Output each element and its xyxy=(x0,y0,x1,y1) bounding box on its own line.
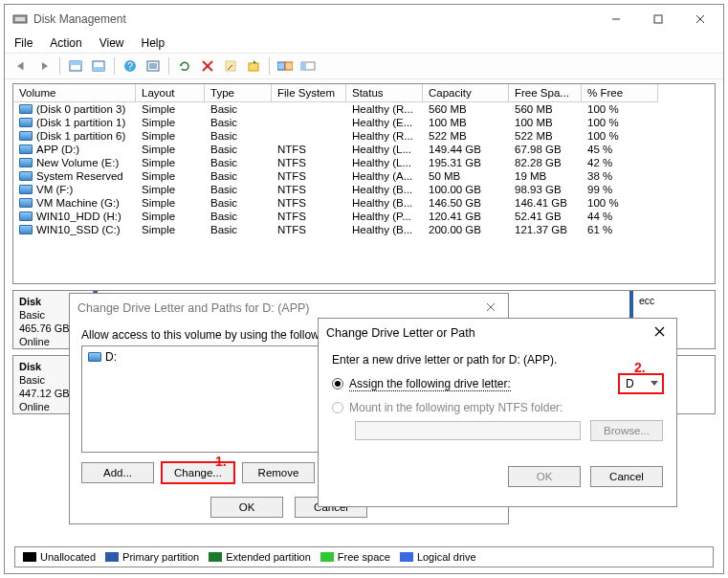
disk-mgmt-icon xyxy=(12,11,28,27)
help-icon[interactable]: ? xyxy=(120,56,141,77)
col-type[interactable]: Type xyxy=(205,84,272,102)
volume-row[interactable]: (Disk 1 partition 6)SimpleBasicHealthy (… xyxy=(13,129,715,143)
col-volume[interactable]: Volume xyxy=(13,84,136,102)
remove-button[interactable]: Remove xyxy=(242,462,315,483)
show-bottom-icon[interactable] xyxy=(88,56,109,77)
volume-row[interactable]: WIN10_SSD (C:)SimpleBasicNTFSHealthy (B.… xyxy=(13,223,715,236)
mount-folder-label: Mount in the following empty NTFS folder… xyxy=(349,401,563,414)
volume-row[interactable]: (Disk 1 partition 1)SimpleBasicHealthy (… xyxy=(13,116,715,129)
legend-logical: Logical drive xyxy=(417,551,476,563)
volume-row[interactable]: APP (D:)SimpleBasicNTFSHealthy (L...149.… xyxy=(13,143,715,156)
svg-rect-21 xyxy=(285,62,293,70)
mount-folder-radio[interactable] xyxy=(332,402,343,413)
legend-primary: Primary partition xyxy=(122,551,199,563)
legend-unallocated: Unallocated xyxy=(40,551,96,563)
view-disk-icon[interactable] xyxy=(275,56,296,77)
dialog2-prompt: Enter a new drive letter or path for D: … xyxy=(332,353,663,367)
svg-rect-20 xyxy=(277,62,285,70)
svg-rect-1 xyxy=(15,17,25,21)
delete-icon[interactable] xyxy=(197,56,218,77)
volume-row[interactable]: VM (F:)SimpleBasicNTFSHealthy (B...100.0… xyxy=(13,183,715,196)
volume-row[interactable]: WIN10_HDD (H:)SimpleBasicNTFSHealthy (P.… xyxy=(13,210,715,223)
menubar: File Action View Help xyxy=(5,33,723,53)
svg-rect-9 xyxy=(93,67,104,71)
legend-free: Free space xyxy=(338,551,390,563)
minimize-button[interactable] xyxy=(595,6,637,33)
volume-row[interactable]: System ReservedSimpleBasicNTFSHealthy (A… xyxy=(13,169,715,183)
assign-letter-radio[interactable] xyxy=(332,378,343,389)
view-volume-icon[interactable] xyxy=(298,56,319,77)
drive-path-entry[interactable]: D: xyxy=(105,350,117,364)
refresh-icon[interactable] xyxy=(174,56,195,77)
col-capacity[interactable]: Capacity xyxy=(423,84,509,102)
svg-rect-18 xyxy=(226,61,235,71)
svg-rect-7 xyxy=(70,61,81,65)
dialog2-close-button[interactable] xyxy=(644,326,674,340)
back-icon[interactable] xyxy=(11,56,32,77)
legend: Unallocated Primary partition Extended p… xyxy=(14,546,714,567)
drive-letter-value: D xyxy=(626,377,634,390)
legend-extended: Extended partition xyxy=(226,551,311,563)
drive-icon xyxy=(88,352,101,362)
volume-list[interactable]: Volume Layout Type File System Status Ca… xyxy=(12,83,716,284)
titlebar: Disk Management xyxy=(5,5,723,33)
annotation-1: 1. xyxy=(215,454,227,469)
window-title: Disk Management xyxy=(33,12,595,26)
menu-action[interactable]: Action xyxy=(50,36,81,50)
volume-row[interactable]: VM Machine (G:)SimpleBasicNTFSHealthy (B… xyxy=(13,196,715,210)
col-filesystem[interactable]: File System xyxy=(272,84,346,102)
dialog1-ok-button[interactable]: OK xyxy=(210,497,283,518)
toolbar: ? xyxy=(5,53,723,79)
dialog1-title: Change Drive Letter and Paths for D: (AP… xyxy=(77,301,475,315)
menu-help[interactable]: Help xyxy=(142,36,165,50)
svg-rect-3 xyxy=(654,15,662,23)
svg-rect-19 xyxy=(249,63,258,71)
dialog2-cancel-button[interactable]: Cancel xyxy=(590,466,663,487)
maximize-button[interactable] xyxy=(637,6,679,33)
chevron-down-icon xyxy=(651,381,658,387)
dialog2-title: Change Drive Letter or Path xyxy=(326,326,644,340)
mount-folder-input xyxy=(355,421,581,440)
col-status[interactable]: Status xyxy=(346,84,423,102)
close-button[interactable] xyxy=(679,6,721,33)
svg-rect-23 xyxy=(301,62,306,70)
change-letter-dialog: Change Drive Letter or Path Enter a new … xyxy=(318,318,677,507)
assign-letter-label: Assign the following drive letter: xyxy=(349,377,511,391)
settings-list-icon[interactable] xyxy=(143,56,164,77)
drive-letter-combo[interactable]: D xyxy=(619,374,663,393)
show-top-icon[interactable] xyxy=(65,56,86,77)
dialog1-close-button[interactable] xyxy=(475,301,506,315)
properties-icon[interactable] xyxy=(220,56,241,77)
svg-text:?: ? xyxy=(127,61,133,72)
add-button[interactable]: Add... xyxy=(81,462,154,483)
browse-button: Browse... xyxy=(590,420,663,441)
volume-list-header: Volume Layout Type File System Status Ca… xyxy=(13,84,715,102)
col-layout[interactable]: Layout xyxy=(136,84,205,102)
dialog2-ok-button[interactable]: OK xyxy=(508,466,581,487)
menu-file[interactable]: File xyxy=(14,36,33,50)
col-freespace[interactable]: Free Spa... xyxy=(509,84,582,102)
volume-row[interactable]: New Volume (E:)SimpleBasicNTFSHealthy (L… xyxy=(13,156,715,169)
action-icon[interactable] xyxy=(243,56,264,77)
col-pctfree[interactable]: % Free xyxy=(582,84,658,102)
annotation-2: 2. xyxy=(634,360,646,375)
volume-row[interactable]: (Disk 0 partition 3)SimpleBasicHealthy (… xyxy=(13,102,715,116)
menu-view[interactable]: View xyxy=(99,36,124,50)
forward-icon[interactable] xyxy=(33,56,55,77)
